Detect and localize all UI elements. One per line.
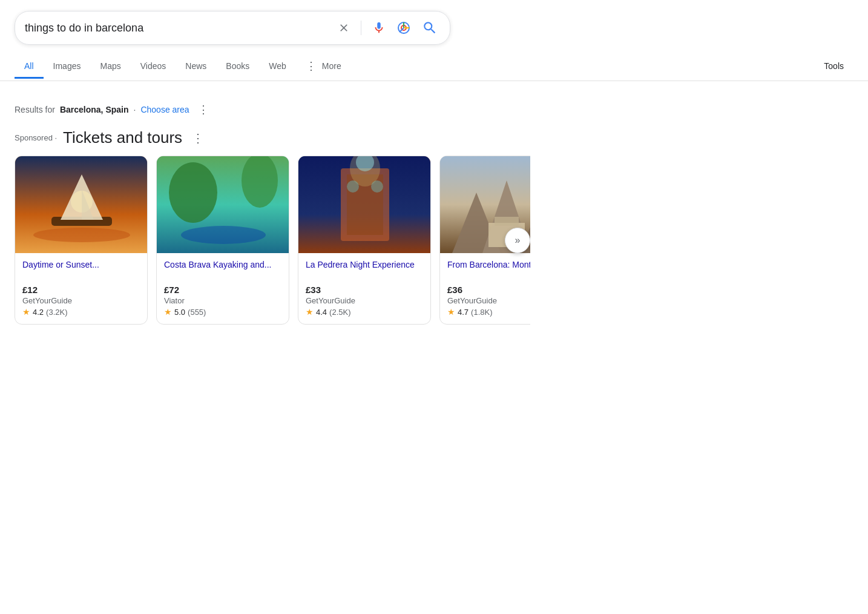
search-icon (422, 20, 438, 36)
separator: · (134, 105, 136, 114)
card-4-price: £36 (447, 285, 530, 295)
card-1-body: Daytime or Sunset... £12 GetYourGuide ★ … (15, 253, 147, 324)
nav-tabs: All Images Maps Videos News Books Web ⋮ … (0, 48, 868, 81)
sailboat-scene (15, 156, 148, 253)
sponsored-label: Sponsored · (15, 133, 57, 142)
voice-search-button[interactable] (370, 19, 388, 37)
tab-videos[interactable]: Videos (131, 55, 176, 79)
card-2-rating-value: 5.0 (174, 308, 185, 317)
card-4-rating-value: 4.7 (458, 308, 469, 317)
svg-point-4 (33, 228, 130, 242)
search-divider (361, 21, 361, 35)
card-2-rating: ★ 5.0 (555) (164, 307, 281, 317)
card-4-rating: ★ 4.7 (1.8K) (447, 307, 530, 317)
card-1-image (15, 156, 147, 253)
tab-all[interactable]: All (15, 55, 44, 79)
star-icon: ★ (164, 307, 172, 317)
card-3-price: £33 (306, 285, 423, 295)
tab-web[interactable]: Web (259, 55, 296, 79)
scroll-next-button[interactable]: » (505, 228, 530, 253)
tab-news[interactable]: News (176, 55, 216, 79)
card-2-title: Costa Brava Kayaking and... (164, 259, 281, 282)
star-icon: ★ (306, 307, 314, 317)
card-2-body: Costa Brava Kayaking and... £72 Viator ★… (157, 253, 289, 324)
tour-card-3[interactable]: La Pedrera Night Experience £33 GetYourG… (298, 156, 431, 325)
choose-area-link[interactable]: Choose area (140, 105, 189, 114)
card-2-price: £72 (164, 285, 281, 295)
tour-card-2[interactable]: Costa Brava Kayaking and... £72 Viator ★… (156, 156, 289, 325)
card-1-price: £12 (22, 285, 140, 295)
card-1-title: Daytime or Sunset... (22, 259, 140, 282)
location-name: Barcelona, Spain (60, 105, 129, 114)
card-3-body: La Pedrera Night Experience £33 GetYourG… (298, 253, 430, 324)
cards-container: Daytime or Sunset... £12 GetYourGuide ★ … (15, 156, 530, 325)
card-3-rating-value: 4.4 (316, 308, 327, 317)
more-dots-icon: ⋮ (306, 59, 317, 73)
tab-books[interactable]: Books (216, 55, 259, 79)
svg-rect-25 (495, 217, 519, 226)
star-icon: ★ (447, 307, 455, 317)
card-2-provider: Viator (164, 296, 281, 305)
tour-card-1[interactable]: Daytime or Sunset... £12 GetYourGuide ★ … (15, 156, 148, 325)
tab-more[interactable]: ⋮ More (296, 53, 351, 81)
card-2-review-count: (555) (188, 308, 206, 317)
search-input[interactable] (25, 22, 329, 35)
location-menu-button[interactable]: ⋮ (194, 103, 212, 116)
search-bar-wrapper (0, 0, 868, 45)
results-for-label: Results for (15, 105, 55, 114)
search-bar (15, 11, 450, 45)
close-icon (338, 22, 350, 34)
card-1-rating-value: 4.2 (33, 308, 44, 317)
svg-point-17 (347, 180, 359, 193)
search-submit-button[interactable] (419, 18, 440, 38)
clear-button[interactable] (335, 19, 352, 36)
location-banner: Results for Barcelona, Spain · Choose ar… (15, 103, 530, 116)
card-3-review-count: (2.5K) (329, 308, 350, 317)
results-area: Results for Barcelona, Spain · Choose ar… (0, 81, 545, 325)
sponsored-title: Tickets and tours (63, 128, 182, 147)
card-4-provider: GetYourGuide (447, 296, 530, 305)
card-3-image (298, 156, 430, 253)
card-4-body: From Barcelona: Montserrat... £36 GetYou… (440, 253, 530, 324)
google-lens-icon (396, 21, 411, 35)
card-4-review-count: (1.8K) (471, 308, 492, 317)
card-2-image (157, 156, 289, 253)
card-1-provider: GetYourGuide (22, 296, 140, 305)
card-1-review-count: (3.2K) (46, 308, 67, 317)
tab-tools[interactable]: Tools (814, 55, 853, 79)
card-3-provider: GetYourGuide (306, 296, 423, 305)
svg-point-12 (181, 226, 266, 244)
star-icon: ★ (22, 307, 30, 317)
sponsored-header: Sponsored · Tickets and tours ⋮ (15, 128, 530, 147)
card-1-rating: ★ 4.2 (3.2K) (22, 307, 140, 317)
card-3-rating: ★ 4.4 (2.5K) (306, 307, 423, 317)
card-4-title: From Barcelona: Montserrat... (447, 259, 530, 282)
pedrera-scene (298, 156, 431, 253)
svg-point-18 (371, 180, 383, 193)
lens-search-button[interactable] (394, 18, 413, 38)
card-3-title: La Pedrera Night Experience (306, 259, 423, 282)
kayak-scene (157, 156, 289, 253)
tab-maps[interactable]: Maps (90, 55, 130, 79)
microphone-icon (372, 21, 386, 35)
svg-point-10 (169, 162, 217, 223)
tab-images[interactable]: Images (44, 55, 91, 79)
sponsored-menu-button[interactable]: ⋮ (188, 130, 208, 147)
